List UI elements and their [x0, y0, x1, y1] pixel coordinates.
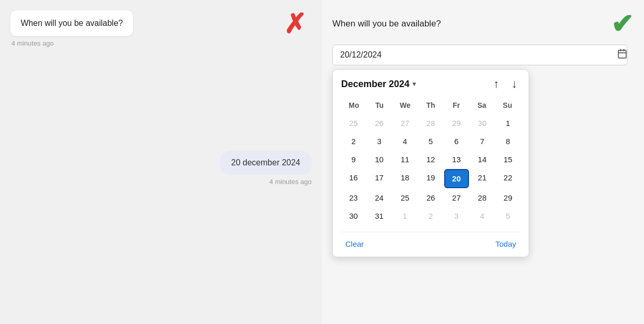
question-timestamp: 4 minutes ago	[10, 39, 133, 47]
question-bubble: When will you be available?	[10, 10, 133, 36]
calendar-day-26[interactable]: 26	[367, 115, 392, 132]
response-bubble: 20 december 2024	[220, 151, 312, 175]
right-panel: When will you be available? ✔ December 2…	[322, 0, 644, 324]
calendar-day-11[interactable]: 11	[392, 151, 417, 168]
day-header-sa: Sa	[469, 99, 494, 111]
calendar-footer: Clear Today	[341, 232, 520, 250]
calendar-day-16[interactable]: 16	[341, 169, 366, 188]
right-header: When will you be available? ✔	[332, 10, 634, 37]
up-arrow-icon: ↑	[493, 77, 499, 90]
calendar-day-17[interactable]: 17	[367, 169, 392, 188]
calendar-day-21[interactable]: 21	[470, 169, 495, 188]
calendar-day-13[interactable]: 13	[444, 151, 469, 168]
calendar-day-1[interactable]: 1	[495, 115, 520, 132]
x-icon: ✗	[284, 10, 306, 37]
check-icon: ✔	[611, 10, 634, 37]
calendar-day-31[interactable]: 31	[367, 207, 392, 224]
calendar-day-29[interactable]: 29	[495, 189, 520, 206]
svg-rect-0	[619, 50, 626, 58]
calendar-day-23[interactable]: 23	[341, 189, 366, 206]
calendar-grid: 2526272829301234567891011121314151617181…	[341, 115, 520, 224]
left-panel: When will you be available? 4 minutes ag…	[0, 0, 322, 324]
calendar-dropdown: December 2024 ▾ ↑ ↓ MoTuWeThFrSaSu 25262…	[332, 69, 529, 257]
calendar-day-22[interactable]: 22	[495, 169, 520, 188]
calendar-day-30[interactable]: 30	[470, 115, 495, 132]
calendar-day-24[interactable]: 24	[367, 189, 392, 206]
calendar-day-29[interactable]: 29	[444, 115, 469, 132]
month-title-text: December 2024	[341, 79, 409, 90]
next-month-button[interactable]: ↓	[508, 76, 520, 92]
calendar-day-28[interactable]: 28	[470, 189, 495, 206]
calendar-day-26[interactable]: 26	[418, 189, 443, 206]
today-button[interactable]: Today	[491, 237, 520, 250]
date-input-wrapper	[332, 45, 634, 65]
day-header-we: We	[392, 99, 418, 111]
month-title: December 2024 ▾	[341, 79, 416, 90]
calendar-day-27[interactable]: 27	[444, 189, 469, 206]
calendar-day-19[interactable]: 19	[418, 169, 443, 188]
calendar-day-3[interactable]: 3	[444, 207, 469, 224]
question-text: When will you be available?	[21, 19, 123, 27]
calendar-day-12[interactable]: 12	[418, 151, 443, 168]
calendar-day-5[interactable]: 5	[418, 133, 443, 150]
calendar-day-8[interactable]: 8	[495, 133, 520, 150]
calendar-day-25[interactable]: 25	[392, 189, 417, 206]
clear-button[interactable]: Clear	[341, 237, 368, 250]
calendar-day-27[interactable]: 27	[392, 115, 417, 132]
nav-buttons: ↑ ↓	[490, 76, 520, 92]
day-header-th: Th	[418, 99, 443, 111]
calendar-day-25[interactable]: 25	[341, 115, 366, 132]
calendar-day-7[interactable]: 7	[470, 133, 495, 150]
calendar-day-9[interactable]: 9	[341, 151, 366, 168]
prev-month-button[interactable]: ↑	[490, 76, 502, 92]
calendar-day-20[interactable]: 20	[444, 169, 469, 188]
calendar-day-4[interactable]: 4	[392, 133, 417, 150]
response-date-text: 20 december 2024	[231, 158, 300, 167]
response-timestamp: 4 minutes ago	[269, 178, 312, 186]
right-question-text: When will you be available?	[332, 19, 441, 29]
calendar-day-2[interactable]: 2	[341, 133, 366, 150]
calendar-day-2[interactable]: 2	[418, 207, 443, 224]
calendar-icon	[617, 49, 627, 62]
day-header-mo: Mo	[341, 99, 367, 111]
month-dropdown-arrow[interactable]: ▾	[413, 80, 416, 88]
calendar-day-4[interactable]: 4	[470, 207, 495, 224]
down-arrow-icon: ↓	[511, 77, 517, 90]
calendar-day-18[interactable]: 18	[392, 169, 417, 188]
calendar-header: December 2024 ▾ ↑ ↓	[341, 76, 520, 92]
calendar-day-5[interactable]: 5	[495, 207, 520, 224]
calendar-day-3[interactable]: 3	[367, 133, 392, 150]
calendar-day-30[interactable]: 30	[341, 207, 366, 224]
day-header-tu: Tu	[367, 99, 392, 111]
calendar-day-6[interactable]: 6	[444, 133, 469, 150]
day-header-su: Su	[495, 99, 520, 111]
day-header-fr: Fr	[444, 99, 469, 111]
calendar-day-10[interactable]: 10	[367, 151, 392, 168]
calendar-day-1[interactable]: 1	[392, 207, 417, 224]
calendar-day-28[interactable]: 28	[418, 115, 443, 132]
calendar-day-14[interactable]: 14	[470, 151, 495, 168]
day-headers: MoTuWeThFrSaSu	[341, 99, 520, 111]
date-input[interactable]	[332, 45, 627, 65]
calendar-day-15[interactable]: 15	[495, 151, 520, 168]
